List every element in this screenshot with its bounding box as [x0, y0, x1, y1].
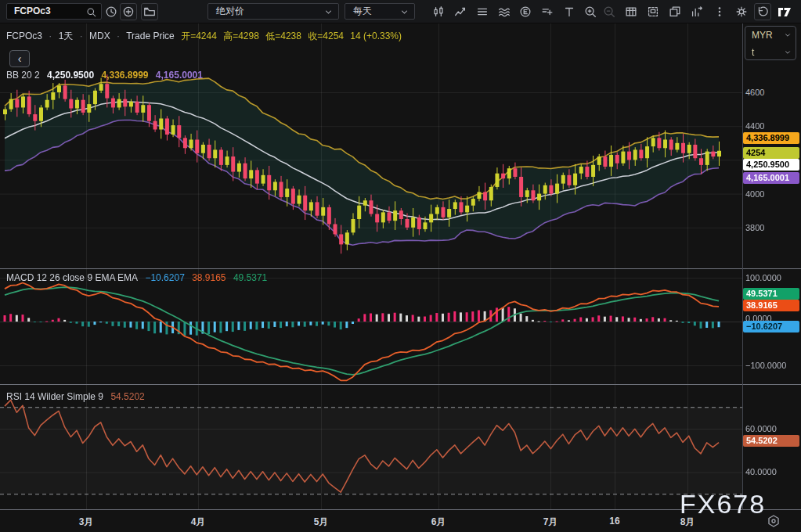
- table-grid-icon: [624, 5, 638, 19]
- chevron-down-icon: [783, 31, 792, 40]
- interval-value: 每天: [353, 5, 372, 16]
- price-axis-label[interactable]: 4600: [745, 87, 799, 98]
- currency-value: MYR: [752, 30, 773, 41]
- time-axis-label: 3月: [79, 516, 94, 529]
- compare-add-button[interactable]: [120, 3, 137, 20]
- undo-arrow-icon: [756, 5, 770, 19]
- alert-plus-icon: [540, 5, 554, 19]
- chevron-down-icon: [783, 48, 792, 57]
- ohlc-open: 开=4244: [181, 31, 217, 41]
- snapshot-button[interactable]: [644, 3, 662, 20]
- time-axis-label: 5月: [314, 516, 329, 529]
- symbol-search-field[interactable]: FCPOc3: [6, 3, 102, 20]
- chart-canvas[interactable]: [0, 23, 742, 510]
- bb-upper-value: 4,336.8999: [101, 70, 148, 81]
- bb-basis-value: 4,250.9500: [47, 70, 94, 81]
- fx678-watermark: FX678: [680, 489, 766, 519]
- separator-dot: ·: [80, 31, 83, 41]
- tradingview-logo[interactable]: [776, 3, 793, 20]
- indicator-templates-button[interactable]: [474, 3, 491, 20]
- symbol-name: FCPOc3: [6, 31, 42, 41]
- currency-unit-selector: MYR t: [745, 26, 796, 60]
- macd-line-value: 38.9165: [192, 272, 226, 283]
- symbol-info-bar[interactable]: FCPOc3 · 1天 · MDX · Trade Price 开=4244 高…: [6, 30, 406, 43]
- kebab-dots-icon: [713, 5, 727, 19]
- economic-events-button[interactable]: [517, 3, 534, 20]
- bb-title: BB 20 2: [6, 70, 40, 81]
- text-t-icon: [562, 5, 576, 19]
- macd-signal-value: 49.5371: [233, 272, 267, 283]
- zoom-in-button[interactable]: [582, 3, 599, 20]
- open-layout-button[interactable]: [141, 3, 158, 20]
- circled-e-icon: [518, 5, 532, 19]
- symbol-series: Trade Price: [126, 31, 175, 41]
- ohlc-low: 低=4238: [265, 31, 301, 41]
- text-tool-button[interactable]: [561, 3, 578, 20]
- bb-legend[interactable]: BB 20 2 4,250.9500 4,336.8999 4,165.0001: [6, 70, 207, 81]
- price-axis-label[interactable]: 3800: [745, 222, 799, 233]
- separator-dot: ·: [117, 31, 120, 41]
- rsi-legend[interactable]: RSI 14 Wilder Simple 9 54.5202: [6, 391, 150, 402]
- ohlc-close: 收=4254: [308, 31, 344, 41]
- gear-icon: [734, 5, 749, 19]
- windows-button[interactable]: [666, 3, 684, 20]
- time-axis-label: 4月: [191, 516, 206, 529]
- macd-legend[interactable]: MACD 12 26 close 9 EMA EMA −10.6207 38.9…: [6, 272, 272, 283]
- rsi-value-badge: 54.5202: [743, 435, 799, 447]
- tradingview-logo-icon: [777, 4, 792, 20]
- rsi-title: RSI 14 Wilder Simple 9: [6, 391, 103, 402]
- bb-basis-badge: 4,250.9500: [743, 159, 799, 171]
- price-axis-label[interactable]: 4000: [745, 189, 799, 200]
- top-toolbar: FCPOc3 绝对价 每天: [0, 0, 801, 23]
- indicators-button[interactable]: [452, 3, 469, 20]
- price-axis-label[interactable]: 4400: [745, 120, 799, 131]
- rsi-axis-label[interactable]: 40.0000: [745, 466, 799, 477]
- last-price-badge: 4254: [743, 147, 799, 159]
- stacked-lines-icon: [475, 5, 489, 19]
- interval-dropdown[interactable]: 每天: [345, 3, 415, 20]
- rsi-axis-label[interactable]: 60.0000: [745, 423, 799, 434]
- tradingview-chart-app: FCPOc3 绝对价 每天: [0, 0, 801, 532]
- price-mode-value: 绝对价: [216, 5, 244, 16]
- bb-lower-value: 4,165.0001: [156, 70, 203, 81]
- alert-button[interactable]: [539, 3, 556, 20]
- price-axis-separator: [742, 23, 743, 532]
- macd-hist-badge: −10.6207: [743, 321, 799, 332]
- macd-hist-value: −10.6207: [145, 272, 184, 283]
- macd-axis-label[interactable]: −100.0000: [745, 360, 799, 371]
- currency-dropdown[interactable]: MYR: [745, 27, 796, 44]
- zoom-out-button[interactable]: [601, 3, 618, 20]
- bb-upper-badge: 4,336.8999: [743, 132, 799, 144]
- data-table-button[interactable]: [622, 3, 640, 20]
- unit-value: t: [752, 47, 754, 58]
- macd-line-badge: 38.9165: [743, 300, 799, 311]
- session-clock-button[interactable]: [103, 3, 120, 20]
- symbol-exchange: MDX: [89, 31, 110, 41]
- pane-separator[interactable]: [0, 384, 801, 385]
- candlestick-icon: [431, 5, 446, 19]
- collapse-legend-button[interactable]: ‹: [9, 50, 30, 67]
- chevron-left-icon: ‹: [18, 52, 22, 65]
- settings-button[interactable]: [733, 3, 750, 20]
- bar-replay-button[interactable]: [688, 3, 705, 20]
- pane-separator[interactable]: [0, 268, 801, 269]
- price-mode-dropdown[interactable]: 绝对价: [207, 3, 339, 20]
- separator-dot: ·: [49, 31, 52, 41]
- macd-axis-label[interactable]: 100.0000: [745, 272, 799, 283]
- price-change: 14 (+0.33%): [350, 31, 402, 41]
- folder-icon: [143, 5, 157, 19]
- clock-icon: [104, 5, 118, 19]
- search-icon: [85, 6, 97, 18]
- chart-style-button[interactable]: [430, 3, 447, 20]
- timezone-settings-icon[interactable]: [766, 513, 781, 529]
- multi-layout-button[interactable]: [496, 3, 513, 20]
- macd-title: MACD 12 26 close 9 EMA EMA: [6, 272, 138, 283]
- unit-dropdown[interactable]: t: [745, 44, 796, 61]
- chevron-down-icon: [399, 6, 410, 18]
- undo-button[interactable]: [754, 3, 771, 20]
- more-options-button[interactable]: [711, 3, 728, 20]
- bb-lower-badge: 4,165.0001: [743, 172, 799, 184]
- time-axis-label: 16: [609, 516, 619, 527]
- bar-replay-icon: [690, 5, 704, 19]
- zoom-out-icon: [602, 5, 616, 19]
